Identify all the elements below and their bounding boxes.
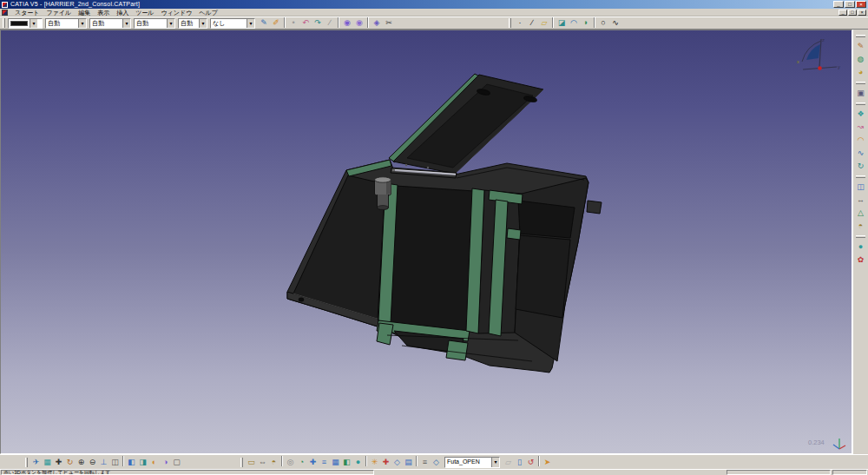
chevron-down-icon[interactable]: ▾ (199, 19, 207, 28)
sphere-surface-icon[interactable]: ◗ (580, 17, 592, 29)
zoom-out-icon[interactable]: ⊖ (87, 456, 98, 468)
child-minimize-button[interactable]: _ (838, 10, 847, 16)
camera-front-icon[interactable]: ◉ (341, 17, 353, 29)
hide-show-icon[interactable]: ◐ (148, 456, 160, 468)
menu-item-edit[interactable]: 編集 (75, 9, 94, 16)
box-icon[interactable]: ◧ (341, 456, 352, 468)
spline-tool-icon[interactable]: ∿ (854, 147, 867, 160)
smart-pick-icon[interactable]: ◔ (296, 456, 307, 468)
constraint-icon[interactable]: ✳ (369, 456, 380, 468)
painter-icon[interactable]: ✎ (258, 17, 270, 29)
revolve-surface-icon[interactable]: ◠ (568, 17, 580, 29)
fly-mode-icon[interactable]: ✈ (30, 456, 42, 468)
paint-splash-icon[interactable]: ❖ (854, 108, 867, 121)
mass-properties-icon[interactable]: ◓ (854, 220, 867, 233)
line-icon[interactable]: ∕ (526, 17, 538, 29)
normal-view-icon[interactable]: ⊥ (98, 456, 109, 468)
menu-item-view[interactable]: 表示 (94, 9, 113, 16)
view-window-icon[interactable]: ◫ (854, 181, 867, 194)
line-type-combo[interactable]: 自動 ▾ (89, 18, 131, 29)
part-body-icon[interactable]: ◍ (854, 53, 867, 66)
color-combo[interactable]: ▾ (8, 18, 43, 29)
fix-icon[interactable]: ◇ (391, 456, 403, 468)
cut-icon[interactable]: ✂ (383, 17, 395, 29)
sketcher-icon[interactable]: ✎ (854, 40, 867, 53)
menu-item-help[interactable]: ヘルプ (195, 9, 221, 16)
zoom-in-icon[interactable]: ⊕ (76, 456, 87, 468)
named-views-combo[interactable]: Futa_OPEN ▾ (444, 457, 500, 468)
brush-swoosh-icon[interactable]: ➤ (542, 456, 553, 468)
extrude-surface-icon[interactable]: ◪ (556, 17, 568, 29)
anchor-icon[interactable]: ✚ (380, 456, 391, 468)
helix-icon[interactable]: ↻ (854, 160, 867, 173)
sphere-tool-icon[interactable]: ● (854, 241, 867, 254)
chevron-down-icon[interactable]: ▾ (491, 458, 499, 467)
redo-icon[interactable]: ↷ (312, 17, 324, 29)
measure-thickness-icon[interactable]: ⇔ (257, 456, 268, 468)
swap-space-icon[interactable]: ◑ (160, 456, 171, 468)
chevron-down-icon[interactable]: ▾ (78, 19, 86, 28)
shading-icon[interactable]: ◨ (137, 456, 148, 468)
paste-disabled-icon[interactable]: ▱ (503, 456, 514, 468)
apply-material-icon[interactable]: ◕ (854, 66, 867, 79)
menu-item-start[interactable]: スタート (11, 9, 43, 16)
plane-icon[interactable]: ▱ (538, 17, 550, 29)
rotate-icon[interactable]: ↻ (64, 456, 76, 468)
fullscreen-icon[interactable]: ▢ (171, 456, 182, 468)
point-select-icon[interactable]: • (287, 17, 299, 29)
layer-combo[interactable]: なし ▾ (210, 18, 255, 29)
quick-view-icon[interactable]: ◧ (126, 456, 137, 468)
pan-icon[interactable]: ✚ (53, 456, 64, 468)
chevron-down-icon[interactable]: ▾ (122, 19, 130, 28)
toolbar-grip[interactable] (509, 18, 511, 28)
circle-icon[interactable]: ○ (597, 17, 609, 29)
toolbar-grip[interactable] (25, 458, 28, 467)
apply-style-icon[interactable]: ✿ (854, 254, 867, 267)
measure-between-icon[interactable]: ▭ (246, 456, 257, 468)
list-icon[interactable]: ≡ (419, 456, 431, 468)
menu-item-insert[interactable]: 挿入 (113, 9, 132, 16)
chevron-down-icon[interactable]: ▾ (167, 19, 174, 28)
clipboard-icon[interactable]: ▯ (514, 456, 525, 468)
axis-icon[interactable]: ✚ (307, 456, 319, 468)
toolbar-grip[interactable] (240, 458, 243, 467)
point-icon[interactable]: · (514, 17, 526, 29)
align-icon[interactable]: ≡ (319, 456, 330, 468)
render-style-icon[interactable]: ◈ (371, 17, 383, 29)
menu-item-file[interactable]: ファイル (43, 9, 76, 16)
toolbar-grip[interactable] (3, 18, 5, 28)
inertia-icon[interactable]: ◓ (268, 456, 279, 468)
curve-arrow-icon[interactable]: ↝ (854, 121, 867, 134)
viewport-3d[interactable]: z x y 0.234 (0, 30, 852, 454)
measure-item-icon[interactable]: △ (854, 207, 867, 220)
power-copy-icon[interactable]: ↺ (525, 456, 536, 468)
undo-icon[interactable]: ↶ (299, 17, 312, 29)
multi-view-icon[interactable]: ◫ (109, 456, 121, 468)
capture-icon[interactable]: ▣ (854, 87, 867, 100)
toolbar-grip[interactable] (856, 35, 865, 37)
camera-back-icon[interactable]: ◉ (353, 17, 365, 29)
child-close-button[interactable]: × (858, 10, 866, 16)
maximize-button[interactable]: □ (845, 1, 855, 8)
paste-format-icon[interactable]: ◇ (431, 456, 442, 468)
chevron-down-icon[interactable]: ▾ (30, 19, 37, 28)
snap-icon[interactable]: ◎ (285, 456, 296, 468)
catalog-icon[interactable]: ▤ (403, 456, 414, 468)
sphere-icon[interactable]: ● (352, 456, 364, 468)
grid-icon[interactable]: ▦ (330, 456, 341, 468)
point-symbol-combo[interactable]: 自動 ▾ (134, 18, 175, 29)
menu-item-window[interactable]: ウィンドウ (157, 9, 195, 16)
menu-item-tools[interactable]: ツール (132, 9, 157, 16)
line-weight-combo[interactable]: 自動 ▾ (45, 18, 87, 29)
spline-icon[interactable]: ∿ (609, 17, 621, 29)
minimize-button[interactable]: _ (833, 1, 844, 8)
child-maximize-button[interactable]: □ (848, 10, 857, 16)
chevron-down-icon[interactable]: ▾ (247, 19, 254, 28)
fit-all-icon[interactable]: ▦ (42, 456, 53, 468)
close-button[interactable]: × (856, 1, 866, 8)
paint-bucket-icon[interactable]: ✐ (270, 17, 282, 29)
pen-stroke-icon[interactable]: ∕ (324, 17, 336, 29)
measure-icon[interactable]: ↔ (854, 194, 867, 207)
rendering-combo[interactable]: 自動 ▾ (178, 18, 207, 29)
arc-tool-icon[interactable]: ◠ (854, 134, 867, 147)
